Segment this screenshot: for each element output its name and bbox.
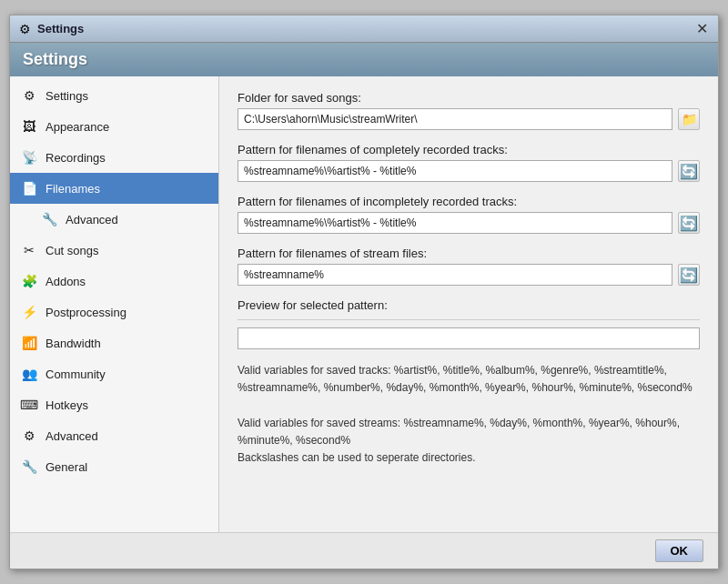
settings-window: ⚙ Settings ✕ Settings ⚙Settings🖼Appearan…: [9, 15, 719, 569]
appearance-icon: 🖼: [20, 117, 38, 136]
sidebar-item-label-addons: Addons: [46, 275, 86, 288]
sidebar-item-appearance[interactable]: 🖼Appearance: [10, 111, 218, 142]
header-title: Settings: [23, 50, 87, 68]
sidebar-item-label-advanced2: Advanced: [46, 429, 98, 443]
sidebar-item-settings[interactable]: ⚙Settings: [10, 80, 218, 111]
preview-label: Preview for selected pattern:: [238, 298, 700, 312]
sidebar-item-label-hotkeys: Hotkeys: [46, 398, 88, 412]
advanced2-icon: ⚙: [20, 427, 38, 445]
close-button[interactable]: ✕: [693, 20, 711, 38]
pattern2-row: 🔄: [238, 212, 700, 234]
advanced-icon: 🔧: [40, 210, 58, 228]
pattern2-label: Pattern for filenames of incompletely re…: [238, 195, 700, 208]
sidebar-item-label-general: General: [46, 460, 87, 474]
sidebar-item-addons[interactable]: 🧩Addons: [10, 266, 218, 297]
folder-row: 📁: [238, 108, 700, 130]
pattern2-group: Pattern for filenames of incompletely re…: [238, 195, 700, 234]
folder-input[interactable]: [238, 108, 672, 130]
recordings-icon: 📡: [20, 148, 38, 166]
sidebar-item-community[interactable]: 👥Community: [10, 358, 218, 389]
addons-icon: 🧩: [20, 272, 38, 290]
info-text-3: Backslashes can be used to seperate dire…: [238, 451, 475, 464]
sidebar-item-recordings[interactable]: 📡Recordings: [10, 142, 218, 173]
sidebar-item-label-appearance: Appearance: [46, 120, 109, 134]
sidebar-item-label-postprocessing: Postprocessing: [46, 306, 126, 319]
pattern1-refresh-button[interactable]: 🔄: [678, 160, 700, 182]
pattern1-group: Pattern for filenames of completely reco…: [238, 143, 700, 182]
sidebar-item-postprocessing[interactable]: ⚡Postprocessing: [10, 297, 218, 327]
hotkeys-icon: ⌨: [20, 396, 38, 414]
sidebar-item-label-advanced: Advanced: [66, 213, 118, 227]
preview-divider: [238, 319, 700, 320]
sidebar-item-label-bandwidth: Bandwidth: [46, 337, 101, 350]
sidebar-item-advanced[interactable]: 🔧Advanced: [10, 204, 218, 235]
pattern1-input[interactable]: [238, 160, 672, 182]
postprocessing-icon: ⚡: [20, 303, 38, 321]
sidebar-item-label-community: Community: [46, 368, 106, 381]
sidebar-item-label-recordings: Recordings: [46, 151, 106, 165]
pattern1-row: 🔄: [238, 160, 700, 182]
sidebar-item-bandwidth[interactable]: 📶Bandwidth: [10, 327, 218, 358]
sidebar-item-cut-songs[interactable]: ✂Cut songs: [10, 235, 218, 266]
preview-section: Preview for selected pattern:: [238, 298, 700, 349]
sidebar-item-hotkeys[interactable]: ⌨Hotkeys: [10, 389, 218, 420]
window-icon: ⚙: [17, 22, 32, 36]
pattern3-group: Pattern for filenames of stream files: 🔄: [238, 247, 700, 286]
folder-browse-button[interactable]: 📁: [678, 108, 700, 130]
pattern1-label: Pattern for filenames of completely reco…: [238, 143, 700, 156]
info-text: Valid variables for saved tracks: %artis…: [238, 362, 700, 467]
sidebar-item-filenames[interactable]: 📄Filenames: [10, 173, 218, 204]
ok-button[interactable]: OK: [655, 539, 704, 562]
pattern2-refresh-button[interactable]: 🔄: [678, 212, 700, 234]
preview-box: [238, 327, 700, 349]
sidebar-item-general[interactable]: 🔧General: [10, 451, 218, 482]
content-area: ⚙Settings🖼Appearance📡Recordings📄Filename…: [10, 76, 718, 532]
settings-icon: ⚙: [20, 86, 38, 105]
folder-label: Folder for saved songs:: [238, 91, 700, 105]
sidebar-item-advanced2[interactable]: ⚙Advanced: [10, 420, 218, 451]
pattern3-label: Pattern for filenames of stream files:: [238, 247, 700, 260]
sidebar-item-label-settings: Settings: [46, 89, 88, 103]
info-text-1: Valid variables for saved tracks: %artis…: [238, 364, 693, 394]
title-bar: ⚙ Settings ✕: [10, 15, 718, 43]
community-icon: 👥: [20, 365, 38, 383]
pattern3-row: 🔄: [238, 264, 700, 286]
sidebar-item-label-cut-songs: Cut songs: [46, 244, 99, 257]
main-panel: Folder for saved songs: 📁 Pattern for fi…: [219, 76, 718, 532]
folder-group: Folder for saved songs: 📁: [238, 91, 700, 130]
pattern2-input[interactable]: [238, 212, 672, 234]
filenames-icon: 📄: [20, 179, 38, 197]
pattern3-refresh-button[interactable]: 🔄: [678, 264, 700, 286]
page-header: Settings: [10, 43, 718, 76]
window-title: Settings: [37, 22, 693, 35]
sidebar-item-label-filenames: Filenames: [46, 182, 100, 196]
general-icon: 🔧: [20, 458, 38, 476]
bandwidth-icon: 📶: [20, 334, 38, 352]
info-text-2: Valid variables for saved streams: %stre…: [238, 417, 680, 447]
footer: OK: [10, 532, 718, 569]
sidebar: ⚙Settings🖼Appearance📡Recordings📄Filename…: [10, 76, 219, 532]
cut-songs-icon: ✂: [20, 241, 38, 259]
pattern3-input[interactable]: [238, 264, 672, 286]
